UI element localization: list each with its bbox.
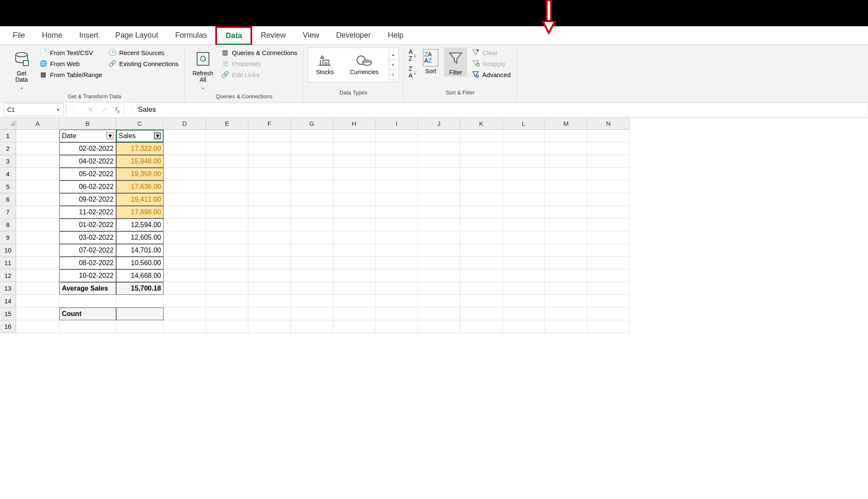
cell-M1[interactable] (545, 130, 587, 142)
cell-H10[interactable] (333, 244, 376, 257)
cell-C2[interactable]: 17,322.00 (116, 142, 164, 155)
cell-I11[interactable] (376, 257, 418, 269)
cell-M10[interactable] (545, 244, 587, 257)
cell-H2[interactable] (333, 142, 376, 155)
column-header-G[interactable]: G (291, 118, 333, 130)
cell-E2[interactable] (206, 142, 248, 155)
from-table-button[interactable]: ▦ From Table/Range (37, 69, 104, 80)
scroll-down-icon[interactable]: ▾ (389, 60, 397, 70)
row-header-14[interactable]: 14 (0, 295, 16, 308)
cell-H8[interactable] (333, 219, 376, 231)
cell-H3[interactable] (333, 155, 376, 168)
cell-N11[interactable] (587, 257, 630, 269)
cell-D10[interactable] (164, 244, 206, 257)
row-header-7[interactable]: 7 (0, 206, 16, 219)
cell-K5[interactable] (460, 180, 503, 193)
cell-E4[interactable] (206, 168, 248, 180)
cell-D16[interactable] (164, 320, 206, 333)
filter-dropdown-date[interactable]: ▾ (106, 132, 114, 139)
reapply-button[interactable]: Reapply (470, 58, 512, 69)
cell-H6[interactable] (333, 193, 376, 206)
cell-N14[interactable] (587, 295, 630, 308)
cell-L16[interactable] (503, 320, 545, 333)
cell-H9[interactable] (333, 231, 376, 244)
select-all-corner[interactable] (0, 118, 16, 130)
dropdown-icon[interactable]: ▼ (56, 108, 60, 112)
column-header-C[interactable]: C (116, 118, 164, 130)
cell-C5[interactable]: 17,636.00 (116, 180, 164, 193)
cell-N10[interactable] (587, 244, 630, 257)
cell-K1[interactable] (460, 130, 503, 142)
cancel-icon[interactable]: ✕ (87, 105, 94, 114)
cell-G3[interactable] (291, 155, 333, 168)
cell-B1[interactable]: Date▾ (59, 130, 116, 142)
cell-M7[interactable] (545, 206, 587, 219)
cell-A3[interactable] (16, 155, 59, 168)
cell-G12[interactable] (291, 269, 333, 282)
cell-A5[interactable] (16, 180, 59, 193)
currencies-button[interactable]: Currencies (344, 53, 385, 76)
stocks-button[interactable]: Stocks (310, 53, 339, 76)
cell-C3[interactable]: 15,948.00 (116, 155, 164, 168)
cell-M11[interactable] (545, 257, 587, 269)
column-header-M[interactable]: M (545, 118, 587, 130)
cell-G11[interactable] (291, 257, 333, 269)
cell-A9[interactable] (16, 231, 59, 244)
cell-F3[interactable] (248, 155, 291, 168)
cell-L1[interactable] (503, 130, 545, 142)
cell-I16[interactable] (376, 320, 418, 333)
row-header-11[interactable]: 11 (0, 257, 16, 269)
column-header-F[interactable]: F (248, 118, 291, 130)
row-header-6[interactable]: 6 (0, 193, 16, 206)
cell-L3[interactable] (503, 155, 545, 168)
cell-D7[interactable] (164, 206, 206, 219)
cell-B13[interactable]: Average Sales (59, 282, 116, 295)
column-header-D[interactable]: D (164, 118, 206, 130)
cell-L6[interactable] (503, 193, 545, 206)
cell-G1[interactable] (291, 130, 333, 142)
row-header-12[interactable]: 12 (0, 269, 16, 282)
cell-J12[interactable] (418, 269, 460, 282)
cell-B3[interactable]: 04-02-2022 (59, 155, 116, 168)
cell-K13[interactable] (460, 282, 503, 295)
cell-M14[interactable] (545, 295, 587, 308)
cell-H4[interactable] (333, 168, 376, 180)
cell-B14[interactable] (59, 295, 116, 308)
cell-F10[interactable] (248, 244, 291, 257)
cell-B6[interactable]: 09-02-2022 (59, 193, 116, 206)
column-header-K[interactable]: K (460, 118, 503, 130)
cell-K14[interactable] (460, 295, 503, 308)
cell-B11[interactable]: 08-02-2022 (59, 257, 116, 269)
row-header-5[interactable]: 5 (0, 180, 16, 193)
cell-N15[interactable] (587, 308, 630, 320)
cell-N16[interactable] (587, 320, 630, 333)
sort-descending-button[interactable]: ZA↓ (408, 64, 417, 80)
cell-G9[interactable] (291, 231, 333, 244)
cell-C13[interactable]: 15,700.18 (116, 282, 164, 295)
cell-I12[interactable] (376, 269, 418, 282)
cell-A1[interactable] (16, 130, 59, 142)
cell-F15[interactable] (248, 308, 291, 320)
cell-D1[interactable] (164, 130, 206, 142)
cell-G8[interactable] (291, 219, 333, 231)
gallery-more-icon[interactable]: ≡ (389, 70, 397, 80)
cell-J14[interactable] (418, 295, 460, 308)
cell-K8[interactable] (460, 219, 503, 231)
row-header-9[interactable]: 9 (0, 231, 16, 244)
cell-D12[interactable] (164, 269, 206, 282)
cell-I15[interactable] (376, 308, 418, 320)
scroll-up-icon[interactable]: ▴ (389, 50, 397, 60)
cell-E13[interactable] (206, 282, 248, 295)
cell-N4[interactable] (587, 168, 630, 180)
cell-L9[interactable] (503, 231, 545, 244)
cell-G7[interactable] (291, 206, 333, 219)
cell-C10[interactable]: 14,701.00 (116, 244, 164, 257)
cell-F14[interactable] (248, 295, 291, 308)
tab-data[interactable]: Data (215, 26, 252, 45)
cell-F7[interactable] (248, 206, 291, 219)
cell-A7[interactable] (16, 206, 59, 219)
cell-I6[interactable] (376, 193, 418, 206)
fx-icon[interactable]: fx (115, 103, 124, 116)
cell-J6[interactable] (418, 193, 460, 206)
cell-J1[interactable] (418, 130, 460, 142)
